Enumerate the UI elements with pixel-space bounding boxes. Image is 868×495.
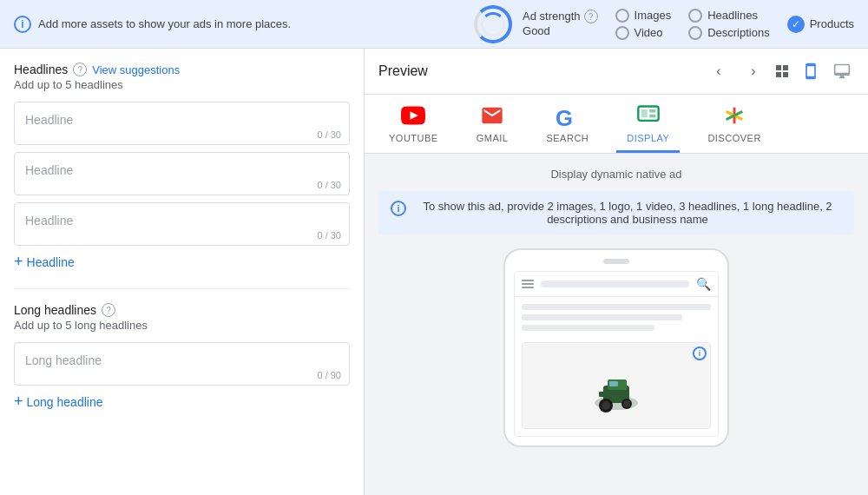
left-panel: Headlines ? View suggestions Add up to 5…: [0, 49, 365, 495]
phone-speaker: [603, 259, 629, 264]
headline-input-2-wrapper: 0 / 30: [14, 152, 350, 195]
ad-strength-label: Ad strength ?: [523, 10, 598, 24]
hamburger-icon: [522, 280, 534, 288]
desktop-device-icon[interactable]: [830, 59, 854, 83]
headlines-radio-row[interactable]: Headlines: [688, 9, 770, 23]
long-headline-input-wrapper: 0 / 90: [14, 342, 350, 386]
tab-display[interactable]: DISPLAY: [616, 95, 680, 153]
display-tab-label: DISPLAY: [627, 133, 669, 143]
video-radio-row[interactable]: Video: [615, 26, 672, 40]
info-message-section: i Add more assets to show your ads in mo…: [14, 16, 457, 33]
youtube-tab-label: YOUTUBE: [389, 133, 438, 143]
discover-icon: [720, 102, 748, 129]
info-banner-icon: i: [391, 201, 406, 216]
view-suggestions-link[interactable]: View suggestions: [92, 63, 180, 76]
section-divider: [14, 288, 350, 289]
products-section[interactable]: ✓ Products: [787, 16, 854, 33]
headline-input-3[interactable]: [14, 202, 350, 246]
content-line-1: [522, 304, 711, 310]
add-headline-plus-icon: +: [14, 253, 23, 271]
ad-strength-help-icon[interactable]: ?: [584, 10, 598, 23]
mobile-device-icon[interactable]: [799, 59, 823, 83]
headline-char-count-2: 0 / 30: [317, 180, 341, 190]
info-banner: i To show this ad, provide 2 images, 1 l…: [378, 191, 854, 234]
long-headlines-subtitle: Add up to 5 long headlines: [14, 319, 350, 332]
headlines-radio[interactable]: [688, 9, 702, 23]
svg-rect-3: [649, 109, 655, 113]
phone-search-icon: 🔍: [696, 277, 711, 291]
phone-content-lines: [515, 297, 718, 342]
info-message-text: Add more assets to show your ads in more…: [38, 17, 291, 30]
long-headlines-section-title: Long headlines ?: [14, 303, 350, 317]
prev-arrow-button[interactable]: ‹: [707, 59, 731, 83]
svg-rect-4: [649, 115, 655, 118]
tab-gmail[interactable]: GMAIL: [466, 95, 519, 153]
long-headline-char-count: 0 / 90: [317, 370, 341, 380]
phone-ad-card: i: [522, 342, 711, 429]
hamburger-line-1: [522, 280, 534, 281]
tab-discover[interactable]: DISCOVER: [697, 95, 771, 153]
display-preview-label: Display dynamic native ad: [378, 168, 854, 181]
phone-nav-bar: 🔍: [515, 272, 718, 297]
preview-title: Preview: [378, 63, 696, 79]
top-bar: i Add more assets to show your ads in mo…: [0, 0, 868, 49]
display-icon: [635, 102, 662, 129]
add-headline-link[interactable]: + Headline: [14, 253, 350, 271]
descriptions-label: Descriptions: [707, 26, 770, 39]
headline-input-1[interactable]: [14, 102, 350, 145]
svg-point-13: [623, 400, 630, 407]
next-arrow-button[interactable]: ›: [741, 59, 766, 83]
add-long-headline-label: Long headline: [27, 395, 103, 409]
products-check-icon: ✓: [787, 16, 805, 33]
images-radio-row[interactable]: Images: [615, 9, 672, 23]
headline-char-count-3: 0 / 30: [317, 230, 341, 241]
video-radio[interactable]: [615, 26, 629, 40]
headline-input-3-wrapper: 0 / 30: [14, 202, 350, 246]
svg-rect-2: [641, 109, 648, 117]
platform-tabs: YOUTUBE GMAIL G SEARCH DISPLAY: [365, 95, 868, 154]
ad-product-image: [590, 355, 642, 416]
hamburger-line-3: [522, 287, 534, 288]
grid-view-button[interactable]: [776, 65, 788, 77]
info-icon: i: [14, 16, 31, 33]
headlines-title-text: Headlines: [14, 63, 68, 76]
headlines-subtitle: Add up to 5 headlines: [14, 78, 350, 91]
content-line-2: [522, 314, 682, 320]
svg-point-11: [602, 401, 610, 410]
headlines-section-title: Headlines ? View suggestions: [14, 63, 350, 76]
images-radio[interactable]: [615, 9, 629, 23]
right-panel: Preview ‹ ›: [365, 49, 868, 495]
headline-input-2[interactable]: [14, 152, 350, 195]
preview-content: Display dynamic native ad i To show this…: [365, 154, 868, 461]
tab-search[interactable]: G SEARCH: [536, 95, 599, 153]
descriptions-radio-row[interactable]: Descriptions: [688, 26, 770, 40]
youtube-icon: [399, 102, 427, 129]
descriptions-radio[interactable]: [688, 26, 702, 40]
content-line-3: [522, 325, 654, 331]
phone-mockup: 🔍: [503, 248, 729, 447]
products-label: Products: [810, 17, 854, 30]
tab-youtube[interactable]: YOUTUBE: [378, 95, 449, 153]
long-headlines-title-text: Long headlines: [14, 303, 96, 317]
add-long-headline-link[interactable]: + Long headline: [14, 393, 350, 411]
headlines-help-icon[interactable]: ?: [73, 63, 87, 76]
radio-options-right: Headlines Descriptions: [688, 9, 770, 40]
ad-strength-inner-ring: [481, 12, 505, 36]
long-headline-input[interactable]: [14, 342, 350, 386]
device-icons: [799, 59, 854, 83]
gmail-tab-label: GMAIL: [477, 133, 509, 143]
headlines-label: Headlines: [707, 9, 758, 22]
discover-tab-label: DISCOVER: [707, 133, 760, 143]
search-google-icon: G: [554, 102, 582, 129]
ad-info-badge[interactable]: i: [693, 346, 707, 360]
hamburger-line-2: [522, 283, 534, 285]
ad-strength-value: Good: [523, 24, 598, 39]
gmail-icon: [478, 102, 506, 129]
long-headlines-help-icon[interactable]: ?: [102, 303, 115, 317]
ad-strength-section: Ad strength ? Good: [474, 5, 598, 43]
add-long-headline-plus-icon: +: [14, 393, 23, 411]
svg-rect-16: [599, 392, 606, 397]
info-banner-text: To show this ad, provide 2 images, 1 log…: [413, 200, 842, 226]
preview-header: Preview ‹ ›: [365, 49, 868, 95]
video-label: Video: [635, 26, 663, 39]
